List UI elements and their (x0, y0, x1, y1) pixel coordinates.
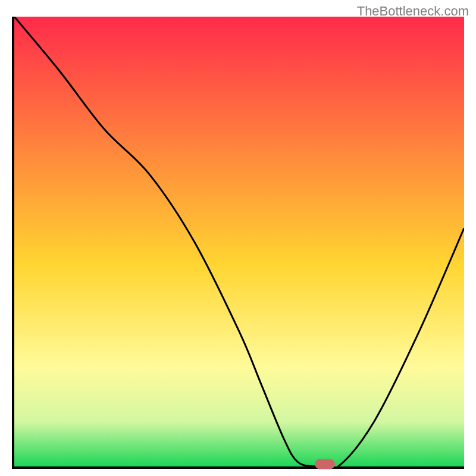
bottleneck-chart (12, 17, 464, 469)
bottleneck-curve (14, 17, 464, 466)
watermark-text: TheBottleneck.com (357, 4, 469, 19)
optimal-point-marker (315, 459, 335, 469)
